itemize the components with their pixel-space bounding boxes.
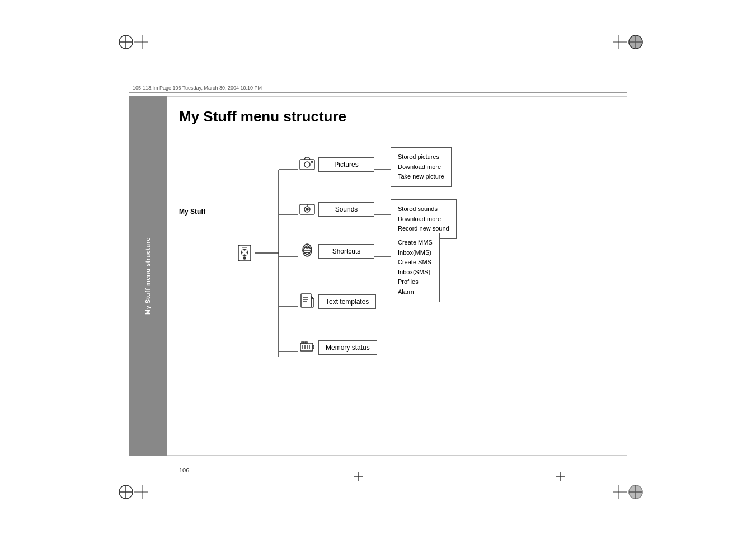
sounds-box: Sounds — [318, 202, 374, 217]
sounds-icon — [298, 199, 316, 219]
corner-mark-tl — [118, 34, 151, 67]
corner-mark-br — [611, 467, 644, 500]
pictures-icon — [298, 154, 316, 175]
svg-rect-66 — [305, 342, 307, 343]
my-stuff-label: My Stuff — [179, 206, 205, 216]
page-header-text: 105-113.fm Page 106 Tuesday, March 30, 2… — [133, 85, 262, 91]
text-templates-box: Text templates — [318, 294, 376, 309]
main-content: My Stuff menu structure My Stuff — [167, 96, 627, 456]
pictures-row: Pictures — [298, 154, 374, 175]
sounds-row: Sounds — [298, 199, 374, 219]
svg-rect-54 — [301, 294, 311, 307]
memory-status-row: Memory status — [298, 338, 377, 358]
pictures-sub-box: Stored pictures Download more Take new p… — [391, 147, 452, 187]
bottom-cross-right — [555, 471, 566, 485]
sidebar: My Stuff menu structure — [129, 96, 167, 456]
shortcuts-icon — [298, 241, 316, 261]
svg-rect-47 — [311, 161, 313, 162]
memory-status-box: Memory status — [318, 340, 377, 355]
shortcuts-row: Shortcuts — [298, 241, 374, 261]
pictures-box: Pictures — [318, 157, 374, 172]
svg-point-46 — [304, 162, 310, 167]
svg-point-50 — [306, 208, 308, 210]
svg-rect-65 — [302, 342, 304, 343]
shortcuts-box: Shortcuts — [318, 244, 374, 259]
corner-mark-tr — [611, 34, 644, 67]
text-templates-icon — [298, 292, 316, 312]
page-header-bar: 105-113.fm Page 106 Tuesday, March 30, 2… — [129, 83, 627, 93]
corner-mark-bl — [118, 467, 151, 500]
svg-rect-60 — [313, 345, 314, 349]
bottom-cross-left — [353, 471, 364, 485]
page-title: My Stuff menu structure — [179, 108, 346, 125]
memory-status-icon — [298, 338, 316, 358]
svg-rect-55 — [311, 298, 313, 307]
diagram: Pictures Stored pictures Download more T… — [234, 139, 626, 391]
sidebar-label: My Stuff menu structure — [144, 237, 151, 315]
shortcuts-sub-box: Create MMS Inbox(MMS) Create SMS Inbox(S… — [391, 233, 440, 302]
page-number: 106 — [179, 467, 189, 474]
text-templates-row: Text templates — [298, 292, 376, 312]
